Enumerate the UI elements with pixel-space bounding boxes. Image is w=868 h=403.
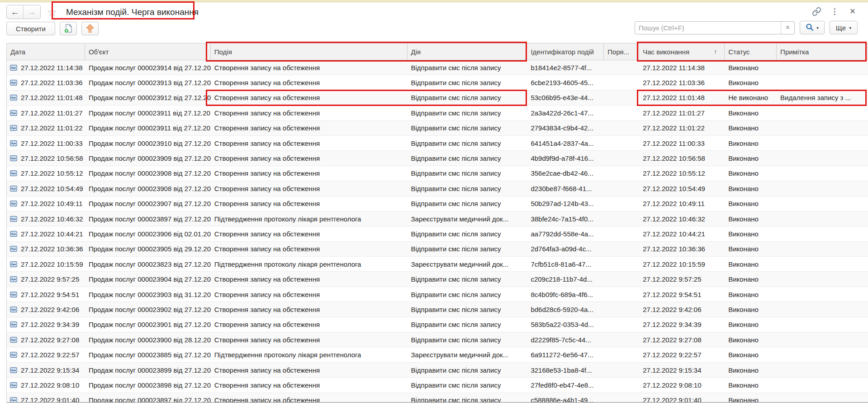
- cell-note[interactable]: [777, 378, 868, 392]
- cell-object[interactable]: Продаж послуг 000023907 від 27.12.2022..…: [85, 197, 211, 211]
- cell-time[interactable]: 27.12.2022 10:54:49: [639, 181, 725, 196]
- cell-note[interactable]: [777, 393, 868, 403]
- cell-note[interactable]: [777, 347, 868, 362]
- cell-object[interactable]: Продаж послуг 000023911 від 27.12.2022..…: [85, 106, 211, 120]
- cell-order[interactable]: [604, 347, 639, 362]
- cell-status[interactable]: Виконано: [725, 242, 777, 256]
- cell-status[interactable]: Виконано: [725, 60, 777, 75]
- cell-object[interactable]: Продаж послуг 000023914 від 27.12.2022..…: [85, 60, 211, 75]
- cell-note[interactable]: [777, 75, 868, 90]
- table-row[interactable]: 27.12.2022 9:42:06Продаж послуг 00002390…: [7, 302, 868, 317]
- cell-event[interactable]: Створення запису на обстеження: [211, 136, 408, 150]
- cell-id[interactable]: aa7792dd-558e-4a...: [527, 226, 604, 241]
- cell-object[interactable]: Продаж послуг 000023909 від 27.12.2022..…: [85, 151, 211, 165]
- cell-event[interactable]: Створення запису на обстеження: [211, 151, 408, 165]
- table-row[interactable]: 27.12.2022 10:15:59Продаж послуг 0000238…: [7, 257, 868, 272]
- cell-action[interactable]: Відправити смс після запису: [408, 181, 527, 196]
- cell-time[interactable]: 27.12.2022 10:36:36: [639, 242, 725, 256]
- cell-id[interactable]: 2d764fa3-a09d-4c...: [527, 242, 604, 256]
- cell-event[interactable]: Створення запису на обстеження: [211, 75, 408, 90]
- cell-action[interactable]: Відправити смс після запису: [408, 136, 527, 150]
- cell-order[interactable]: [604, 211, 639, 226]
- cell-note[interactable]: [777, 242, 868, 256]
- column-header-date[interactable]: Дата: [7, 43, 85, 60]
- cell-note[interactable]: [777, 151, 868, 165]
- cell-action[interactable]: Відправити смс після запису: [408, 197, 527, 211]
- cell-status[interactable]: Виконано: [725, 363, 777, 377]
- cell-note[interactable]: [777, 363, 868, 377]
- cell-time[interactable]: 27.12.2022 11:00:33: [639, 136, 725, 150]
- search-clear-icon[interactable]: ×: [781, 22, 794, 34]
- cell-event[interactable]: Підтвердження протоколу лікаря рентгенол…: [211, 211, 408, 226]
- cell-order[interactable]: [604, 197, 639, 211]
- table-row[interactable]: 27.12.2022 9:01:40Продаж послуг 00002389…: [7, 393, 868, 403]
- cell-note[interactable]: [777, 197, 868, 211]
- cell-date[interactable]: 27.12.2022 11:14:38: [7, 60, 85, 75]
- more-button[interactable]: Ще ▾: [830, 21, 858, 34]
- cell-action[interactable]: Відправити смс після запису: [408, 121, 527, 135]
- cell-action[interactable]: Відправити смс після запису: [408, 91, 527, 105]
- cell-order[interactable]: [604, 378, 639, 392]
- back-button[interactable]: ←: [7, 5, 24, 19]
- cell-date[interactable]: 27.12.2022 10:55:12: [7, 166, 85, 181]
- cell-event[interactable]: Створення запису на обстеження: [211, 332, 408, 347]
- cell-date[interactable]: 27.12.2022 11:01:27: [7, 106, 85, 120]
- cell-time[interactable]: 27.12.2022 9:27:08: [639, 332, 725, 347]
- cell-status[interactable]: Виконано: [725, 332, 777, 347]
- cell-event[interactable]: Підтвердження протоколу лікаря рентгенол…: [211, 347, 408, 362]
- cell-note[interactable]: [777, 332, 868, 347]
- cell-object[interactable]: Продаж послуг 000023885 від 27.12.2022..…: [85, 347, 211, 362]
- cell-action[interactable]: Відправити смс після запису: [408, 242, 527, 256]
- cell-time[interactable]: 27.12.2022 10:56:58: [639, 151, 725, 165]
- cell-date[interactable]: 27.12.2022 9:27:08: [7, 332, 85, 347]
- cell-order[interactable]: [604, 151, 639, 165]
- cell-date[interactable]: 27.12.2022 9:15:34: [7, 363, 85, 377]
- cell-action[interactable]: Відправити смс після запису: [408, 332, 527, 347]
- cell-status[interactable]: Виконано: [725, 106, 777, 120]
- cell-action[interactable]: Відправити смс після запису: [408, 317, 527, 332]
- cell-order[interactable]: [604, 166, 639, 181]
- table-row[interactable]: 27.12.2022 9:15:34Продаж послуг 00002389…: [7, 363, 868, 378]
- cell-date[interactable]: 27.12.2022 9:57:25: [7, 272, 85, 286]
- cell-id[interactable]: 32168e53-1ba8-4f...: [527, 363, 604, 377]
- cell-status[interactable]: Виконано: [725, 211, 777, 226]
- cell-time[interactable]: 27.12.2022 9:42:06: [639, 302, 725, 317]
- cell-time[interactable]: 27.12.2022 10:15:59: [639, 257, 725, 271]
- column-header-object[interactable]: Об'єкт: [85, 43, 211, 60]
- search-button[interactable]: ▾: [800, 21, 825, 34]
- cell-status[interactable]: Виконано: [725, 75, 777, 90]
- cell-id[interactable]: 7cfb51c8-81a6-47...: [527, 257, 604, 271]
- cell-object[interactable]: Продаж послуг 000023897 від 27.12.2022..…: [85, 393, 211, 403]
- cell-status[interactable]: Виконано: [725, 121, 777, 135]
- column-header-id[interactable]: Ідентифікатор подій: [527, 43, 604, 60]
- cell-note[interactable]: [777, 211, 868, 226]
- cell-id[interactable]: 2a3a422d-26c1-47...: [527, 106, 604, 120]
- cell-order[interactable]: [604, 226, 639, 241]
- table-row[interactable]: 27.12.2022 10:36:36Продаж послуг 0000239…: [7, 242, 868, 257]
- cell-time[interactable]: 27.12.2022 11:03:36: [639, 75, 725, 90]
- cell-object[interactable]: Продаж послуг 000023910 від 27.12.2022..…: [85, 136, 211, 150]
- cell-event[interactable]: Створення запису на обстеження: [211, 60, 408, 75]
- cell-action[interactable]: Відправити смс після запису: [408, 60, 527, 75]
- cell-time[interactable]: 27.12.2022 9:15:34: [639, 363, 725, 377]
- cell-id[interactable]: 38bfe24c-7a15-4f0...: [527, 211, 604, 226]
- cell-date[interactable]: 27.12.2022 11:03:36: [7, 75, 85, 90]
- table-row[interactable]: 27.12.2022 9:54:51Продаж послуг 00002390…: [7, 287, 868, 302]
- cell-time[interactable]: 27.12.2022 10:55:12: [639, 166, 725, 181]
- cell-note[interactable]: [777, 302, 868, 317]
- cell-event[interactable]: Створення запису на обстеження: [211, 242, 408, 256]
- cell-status[interactable]: Виконано: [725, 347, 777, 362]
- cell-time[interactable]: 27.12.2022 10:46:32: [639, 211, 725, 226]
- cell-time[interactable]: 27.12.2022 11:01:22: [639, 121, 725, 135]
- column-header-time[interactable]: Час виконання↑: [639, 43, 725, 60]
- table-row[interactable]: 27.12.2022 11:01:48Продаж послуг 0000239…: [7, 91, 868, 106]
- forward-button[interactable]: →: [24, 5, 40, 19]
- cell-action[interactable]: Відправити смс після запису: [408, 226, 527, 241]
- cell-object[interactable]: Продаж послуг 000023908 від 27.12.2022..…: [85, 166, 211, 181]
- column-header-action[interactable]: Дія: [408, 43, 527, 60]
- cell-order[interactable]: [604, 121, 639, 135]
- cell-date[interactable]: 27.12.2022 10:54:49: [7, 181, 85, 196]
- table-row[interactable]: 27.12.2022 11:01:22Продаж послуг 0000239…: [7, 121, 868, 136]
- cell-status[interactable]: Виконано: [725, 287, 777, 302]
- cell-id[interactable]: 356e2cae-db42-46...: [527, 166, 604, 181]
